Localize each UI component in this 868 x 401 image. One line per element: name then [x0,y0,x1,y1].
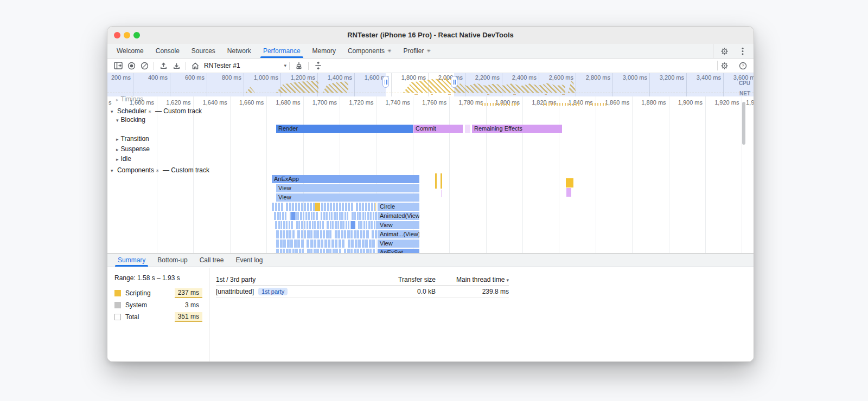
home-icon[interactable] [189,60,202,72]
flame-thin-bar[interactable] [295,249,298,253]
flame-thin-bar[interactable] [307,249,310,253]
flame-thin-bar[interactable] [314,230,316,238]
flame-thin-bar[interactable] [335,230,337,238]
flame-thin-bar[interactable] [312,221,314,229]
flame-thin-bar[interactable] [280,221,282,229]
flame-thin-bar[interactable] [289,249,291,253]
flame-thin-bar[interactable] [316,249,319,253]
flame-thin-bar[interactable] [344,230,346,238]
flame-thin-bar[interactable] [289,221,290,229]
party-table-row[interactable]: [unattributed] 1st party 0.0 kB 239.8 ms [216,286,509,297]
flame-thin-bar[interactable] [276,230,279,238]
selection-handle-left[interactable] [382,76,389,88]
selection-handle-right[interactable] [451,76,457,88]
flame-thin-bar[interactable] [359,212,361,220]
flame-thin-bar[interactable] [278,203,280,211]
flame-thin-bar[interactable] [369,240,372,248]
scheduler-track-header[interactable]: ▾ Scheduler✳ — Custom track [111,107,202,115]
flame-thin-bar[interactable] [336,212,338,220]
flame-thin-bar[interactable] [323,230,325,238]
flame-thin-bar[interactable] [339,203,341,211]
flame-thin-bar[interactable] [310,249,312,253]
flame-thin-bar[interactable] [304,203,306,211]
flame-thin-bar[interactable] [302,249,304,253]
flame-bar-remaining-effects[interactable]: Remaining Effects [472,125,562,133]
flame-thin-bar[interactable] [357,212,359,220]
flame-thin-bar[interactable] [292,203,294,211]
flame-thin-bar[interactable] [281,203,283,211]
flame-thin-bar[interactable] [326,230,329,238]
flame-thin-bar[interactable] [298,221,300,229]
flame-thin-bar[interactable] [344,212,346,220]
flame-thin-bar[interactable] [375,230,377,238]
flame-thin-bar[interactable] [310,203,312,211]
flame-thin-bar[interactable] [289,230,291,238]
flame-thin-bar[interactable] [311,212,312,220]
flame-thin-bar[interactable] [322,221,324,229]
tab-components[interactable]: Components✳ [342,44,398,58]
flame-thin-bar[interactable] [291,221,293,229]
flame-thin-bar[interactable] [358,240,361,248]
flame-thin-bar[interactable] [339,240,341,248]
col-main-thread-time[interactable]: Main thread time▾ [436,276,509,283]
flame-thin-bar[interactable] [329,230,331,238]
flame-thin-bar[interactable] [307,203,309,211]
flame-thin-bar[interactable] [286,221,288,229]
flame-thin-bar[interactable] [314,240,316,248]
flame-thin-bar[interactable] [321,212,322,220]
flame-thin-bar[interactable] [356,230,359,238]
flame-thin-bar[interactable] [368,221,371,229]
scheduler-child-transition[interactable]: ▸Transition [116,135,149,143]
flame-thin-bar-highlight[interactable] [315,203,320,211]
flame-thin-bar[interactable] [375,212,377,220]
flame-thin-bar[interactable] [334,212,336,220]
bottom-tab-event-log[interactable]: Event log [229,254,269,267]
bottom-tab-call-tree[interactable]: Call tree [194,254,230,267]
flame-thin-bar[interactable] [300,212,302,220]
flame-thin-bar[interactable] [368,203,370,211]
flame-thin-bar-highlight[interactable] [291,212,295,220]
flame-thin-bar[interactable] [371,221,373,229]
flame-thin-bar[interactable] [335,240,337,248]
flame-thin-bar[interactable] [280,249,282,253]
flame-marker[interactable] [441,190,442,197]
flame-thin-bar[interactable] [323,249,325,253]
flame-thin-bar[interactable] [295,203,297,211]
tab-memory[interactable]: Memory [307,44,342,58]
flame-thin-bar[interactable] [350,230,353,238]
flame-thin-bar[interactable] [373,212,374,220]
flame-thin-bar[interactable] [314,249,316,253]
flame-thin-bar[interactable] [310,230,312,238]
flame-thin-bar[interactable] [290,240,293,248]
flame-thin-bar[interactable] [351,240,354,248]
flame-thin-bar[interactable] [362,203,364,211]
flame-thin-bar[interactable] [363,249,365,253]
flame-thin-bar[interactable] [354,212,356,220]
flame-bar-view[interactable]: View [378,240,419,248]
flame-thin-bar[interactable] [272,203,274,211]
flame-thin-bar[interactable] [356,249,359,253]
record-icon[interactable] [125,60,138,72]
flame-thin-bar[interactable] [313,212,315,220]
tab-sources[interactable]: Sources [186,44,221,58]
flame-thin-bar-highlight[interactable] [375,203,376,211]
flame-thin-bar[interactable] [365,240,368,248]
flame-thin-bar[interactable] [331,212,333,220]
flame-thin-bar[interactable] [296,221,298,229]
flame-thin-bar[interactable] [347,212,348,220]
upload-profile-icon[interactable] [157,60,170,72]
flame-thin-bar[interactable] [354,249,356,253]
flame-thin-bar[interactable] [336,203,338,211]
flame-thin-bar[interactable] [301,240,304,248]
flame-thin-bar[interactable] [356,203,358,211]
flame-thin-bar[interactable] [370,212,372,220]
flame-thin-bar[interactable] [298,203,300,211]
more-menu-kebab-icon[interactable] [736,45,749,57]
flame-thin-bar[interactable] [283,249,285,253]
flame-thin-bar[interactable] [327,203,329,211]
flame-marker[interactable] [566,178,573,187]
flame-thin-bar[interactable] [297,212,299,220]
flame-thin-bar[interactable] [278,221,280,229]
flame-thin-bar[interactable] [350,249,353,253]
flame-thin-bar[interactable] [327,221,329,229]
